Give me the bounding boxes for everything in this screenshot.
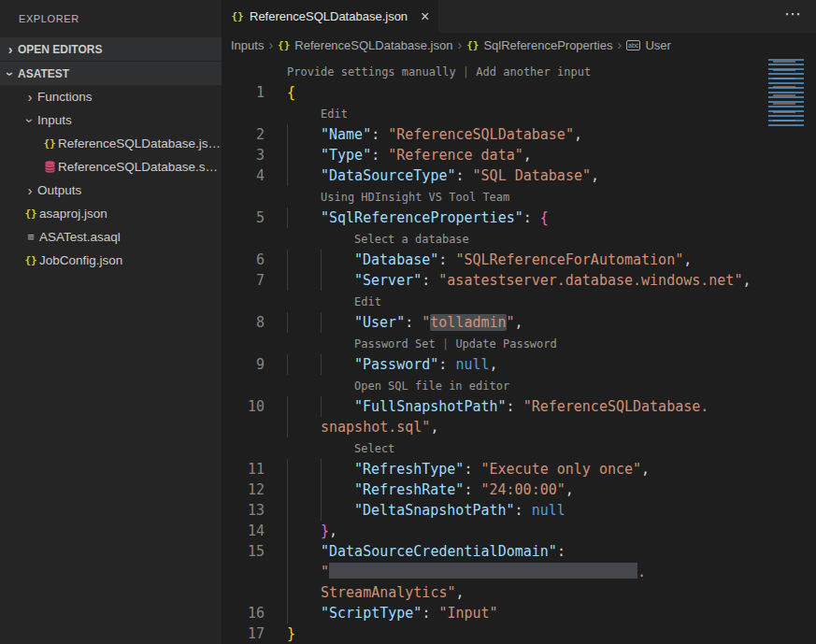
code-token: "Execute only once" (480, 461, 641, 478)
code-token: , (430, 419, 438, 436)
code-token: : (523, 209, 540, 226)
code-token: "DataSourceCredentialDomain" (321, 543, 557, 560)
code-token: : (507, 398, 523, 415)
codelens-content: Password Set | Update Password (287, 333, 557, 354)
explorer-sidebar: EXPLORER › OPEN EDITORS › ASATEST ›Funct… (0, 0, 222, 644)
database-icon (41, 161, 58, 173)
code-token: : (405, 314, 422, 331)
tree-item[interactable]: ≡ASATest.asaql (0, 225, 222, 249)
line-number (222, 582, 287, 603)
code-token: "DataSourceType" (321, 167, 456, 184)
code-token: "FullSnapshotPath" (354, 398, 507, 415)
codelens-row: Edit (222, 103, 816, 124)
code-line: 17} (222, 623, 816, 644)
line-number: 17 (222, 623, 287, 644)
line-number: 14 (222, 521, 287, 541)
tree-item[interactable]: ›Functions (0, 85, 222, 108)
file-tree: ›Functions›Inputs{}ReferenceSQLDatabase.… (0, 85, 222, 272)
breadcrumb-item[interactable]: {}SqlReferenceProperties (466, 38, 612, 52)
indent-guide (287, 145, 321, 165)
codelens-content: Select a database (287, 228, 469, 250)
codelens-content: Open SQL file in editor (287, 375, 509, 396)
tree-item[interactable]: ›Outputs (0, 179, 222, 202)
breadcrumb-separator-icon: › (268, 37, 273, 52)
breadcrumb-label: SqlReferenceProperties (483, 38, 612, 52)
code-content: "DataSourceCredentialDomain": (287, 541, 565, 562)
code-token: "Input" (438, 605, 497, 622)
tree-item-label: ReferenceSQLDatabase.sn... (58, 160, 222, 174)
code-token: "DeltaSnapshotPath" (354, 502, 515, 519)
codelens-command[interactable]: Edit (354, 295, 381, 308)
breadcrumb-item[interactable]: Inputs (231, 38, 264, 52)
tree-item[interactable]: ›Inputs (0, 108, 222, 132)
line-number: 16 (222, 603, 287, 623)
codelens-command[interactable]: Open SQL file in editor (354, 379, 509, 393)
code-line: 15"DataSourceCredentialDomain": (222, 541, 816, 562)
chevron-right-icon: › (3, 42, 18, 57)
codelens-command[interactable]: Select (354, 442, 394, 455)
minimap[interactable] (766, 59, 814, 128)
section-open-editors[interactable]: › OPEN EDITORS (0, 37, 222, 61)
close-tab-icon[interactable]: × (421, 8, 429, 25)
tree-item-label: ASATest.asaql (39, 230, 121, 244)
line-number (222, 562, 287, 582)
code-token: " (507, 314, 515, 331)
code-token: . (637, 564, 646, 580)
code-token: : (515, 502, 532, 519)
codelens-command[interactable]: Provide settings manually (287, 65, 456, 79)
breadcrumb-item[interactable]: {}ReferenceSQLDatabase.json (278, 38, 452, 52)
json-icon: {} (466, 39, 479, 51)
indent-guide (287, 208, 321, 228)
code-line: 2"Name": "ReferenceSQLDatabase", (222, 124, 816, 145)
code-token: : (456, 167, 473, 184)
code-content: ". (287, 562, 646, 582)
code-line: 4"DataSourceType": "SQL Database", (222, 165, 816, 186)
vscode-window: EXPLORER › OPEN EDITORS › ASATEST ›Funct… (0, 0, 816, 644)
codelens-command[interactable]: Update Password (455, 337, 556, 351)
code-line: ". (222, 562, 816, 582)
code-token: "Server" (354, 272, 422, 289)
codelens-command[interactable]: Using HDInsight VS Tool Team (321, 191, 509, 204)
line-number (222, 375, 287, 396)
breadcrumb-item[interactable]: abcUser (626, 38, 671, 52)
codelens-command[interactable]: Password Set (354, 337, 436, 351)
codelens-command[interactable]: Add another input (476, 65, 591, 79)
json-file-icon: {} (231, 10, 244, 22)
json-icon: {} (41, 137, 58, 150)
code-line: 10"FullSnapshotPath": "ReferenceSQLDatab… (222, 396, 816, 417)
tree-item-label: Outputs (37, 183, 81, 197)
line-number: 13 (222, 500, 287, 521)
chevron-right-icon: › (22, 90, 37, 105)
code-line: 14}, (222, 521, 816, 541)
tree-item-label: JobConfig.json (39, 253, 122, 267)
editor[interactable]: Provide settings manually | Add another … (222, 57, 816, 644)
more-actions-button[interactable]: ⋯ (784, 0, 816, 33)
code-line: StreamAnalytics", (222, 582, 816, 603)
codelens-command[interactable]: Select a database (354, 233, 469, 246)
code-content: StreamAnalytics", (287, 582, 465, 603)
chevron-down-icon: › (3, 66, 18, 81)
codelens-content: Edit (287, 103, 348, 124)
code-token: "Type" (321, 147, 371, 164)
tree-item[interactable]: {}JobConfig.json (0, 249, 222, 272)
line-number (222, 228, 287, 250)
code-token: , (329, 522, 337, 539)
line-number: 2 (222, 124, 287, 145)
tab-referencesqldatabase-json[interactable]: {} ReferenceSQLDatabase.json × (222, 0, 438, 33)
codelens-content: Select (287, 437, 394, 459)
code-line: 5"SqlReferenceProperties": { (222, 208, 816, 228)
section-asatest[interactable]: › ASATEST (0, 62, 222, 85)
tree-item[interactable]: ReferenceSQLDatabase.sn... (0, 155, 222, 179)
indent-guide (321, 270, 354, 291)
tree-item[interactable]: {}ReferenceSQLDatabase.json (0, 132, 222, 155)
json-icon: {} (278, 39, 290, 51)
code-token: , (515, 314, 523, 331)
code-token: "Reference data" (388, 147, 523, 164)
code-token: "ScriptType" (321, 605, 422, 622)
code-content: "Type": "Reference data", (287, 145, 532, 165)
code-token: "ReferenceSQLDatabase. (523, 398, 709, 415)
breadcrumb: Inputs›{}ReferenceSQLDatabase.json›{}Sql… (222, 33, 816, 57)
code-token: : (371, 147, 388, 164)
codelens-command[interactable]: Edit (321, 107, 348, 121)
tree-item[interactable]: {}asaproj.json (0, 202, 222, 225)
